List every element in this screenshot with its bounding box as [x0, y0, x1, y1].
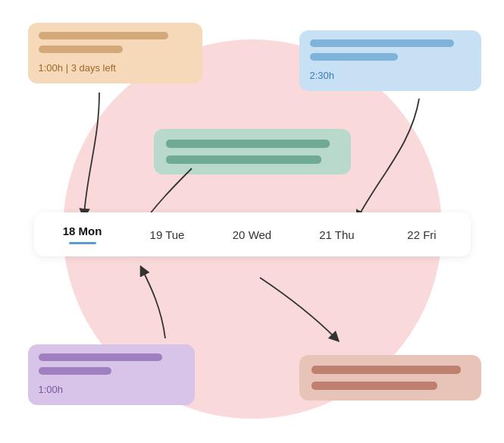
card-salmon-line1 [311, 366, 462, 374]
arrow-to-salmon [252, 270, 343, 346]
scene: 1:00h | 3 days left 2:30h 18 Mon 19 Tue … [17, 9, 487, 434]
day-mon[interactable]: 18 Mon [56, 225, 109, 244]
card-purple-line1 [39, 353, 162, 361]
card-green [154, 129, 351, 174]
day-tue[interactable]: 19 Tue [141, 228, 194, 241]
card-blue: 2:30h [299, 30, 481, 91]
day-wed-label: 20 Wed [233, 228, 271, 241]
day-mon-label: 18 Mon [63, 225, 102, 237]
card-blue-line2 [310, 53, 399, 61]
card-orange: 1:00h | 3 days left [28, 23, 202, 83]
day-tue-label: 19 Tue [150, 228, 185, 241]
card-green-line1 [166, 140, 330, 148]
calendar-strip: 18 Mon 19 Tue 20 Wed 21 Thu 22 Fri [34, 212, 471, 256]
card-purple: 1:00h [28, 344, 195, 405]
card-purple-time: 1:00h [39, 384, 64, 395]
card-purple-line2 [39, 367, 111, 375]
card-orange-line1 [39, 32, 169, 39]
card-orange-time: 1:00h | 3 days left [39, 62, 116, 74]
day-mon-underline [69, 242, 96, 244]
day-fri-label: 22 Fri [407, 228, 436, 241]
day-fri[interactable]: 22 Fri [396, 228, 449, 241]
card-blue-time: 2:30h [310, 70, 335, 81]
arrow-to-purple [135, 270, 196, 346]
card-orange-line2 [39, 46, 123, 53]
day-wed[interactable]: 20 Wed [226, 228, 279, 241]
day-thu[interactable]: 21 Thu [311, 228, 364, 241]
arrow-blue-down [336, 99, 427, 224]
card-salmon-line2 [311, 382, 437, 390]
card-salmon [299, 355, 481, 401]
arrow-orange-down [77, 93, 122, 222]
card-blue-line1 [310, 39, 455, 47]
card-green-line2 [166, 156, 321, 164]
day-thu-label: 21 Thu [319, 228, 354, 241]
